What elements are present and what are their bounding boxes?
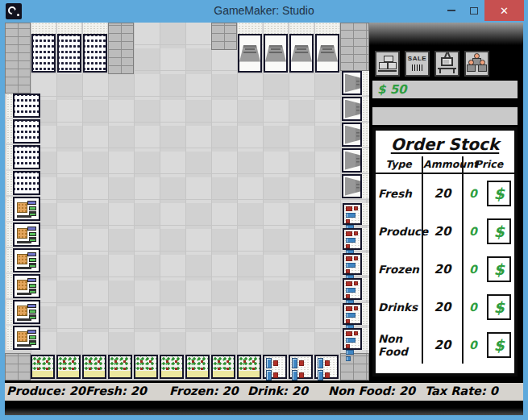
order-stock-panel: Order Stock Type Ammount Price Fresh 20 … [372,127,518,376]
shelf-fresh[interactable] [6,300,40,324]
shelf-side [362,203,369,225]
checkout-register[interactable] [237,23,263,74]
canned-products [13,171,40,195]
shelf-produce[interactable] [31,355,55,379]
shelf-produce[interactable] [160,355,184,379]
customers-button[interactable] [464,51,489,77]
order-row-frozen: Frozen 20 0 $ [376,250,514,288]
shelf-frozen[interactable] [343,228,369,250]
close-button[interactable]: ✕ [484,0,524,21]
shelf-side [6,274,13,298]
shelf-frozen[interactable] [343,278,369,300]
fresh-products [13,248,40,272]
checkout-register[interactable] [314,23,340,74]
shelf-frozen[interactable] [343,328,369,350]
shelf-door[interactable] [342,148,369,173]
buy-frozen-button[interactable]: $ [487,256,511,282]
shelf-fresh[interactable] [6,248,40,272]
shelf-drinks[interactable] [289,355,313,379]
row-price: 0 [469,225,477,238]
shelf-front-icon [345,100,360,119]
col-ammount: Ammount [422,156,462,173]
maximize-button[interactable] [465,0,483,21]
shelf-side [362,303,369,325]
order-stock-title: Order Stock [376,131,514,156]
shelf-produce[interactable] [134,355,158,379]
status-produce: Produce: 20 [6,385,85,397]
shelf-door[interactable] [342,71,369,95]
status-taxrate: Tax Rate: 0 [425,385,498,397]
minimize-button[interactable] [443,0,460,21]
register-icon [239,45,260,62]
checkout-register[interactable] [263,23,289,74]
shelf-door[interactable] [342,174,369,198]
produce-products [185,355,210,379]
shelf-produce[interactable] [56,355,81,379]
shelf-fresh[interactable] [6,274,40,298]
buy-drinks-button[interactable]: $ [487,294,511,320]
shelf-drinks[interactable] [263,355,287,379]
shelf-door[interactable] [342,123,369,147]
shelf-canned[interactable] [6,171,40,195]
produce-products [134,355,158,379]
fresh-products [13,197,40,221]
close-icon: ✕ [500,5,509,17]
shelf-front-icon [345,177,360,196]
shelf-side [362,123,369,147]
shelf-fresh[interactable] [6,326,40,350]
produce-products [237,355,261,379]
buy-produce-button[interactable]: $ [487,218,511,244]
stock-shelves-button[interactable] [375,51,400,77]
shelf-side [6,326,13,350]
canned-products [83,34,107,73]
shelf-produce[interactable] [82,355,106,379]
produce-products [56,355,81,379]
money-value: $ 50 [377,82,407,97]
shelf-produce[interactable] [211,355,235,379]
buy-fresh-button[interactable]: $ [487,181,511,206]
shelf-frozen[interactable] [343,203,369,225]
shelf-side [6,248,13,272]
hud-panel: SALE $ 50 Order Stock Type Ammount [369,23,523,380]
fresh-products [13,222,40,247]
frozen-products [343,278,362,300]
shelf-side [6,119,13,143]
shelves-icon [384,56,393,62]
shelf-produce[interactable] [237,355,261,379]
shelf-door[interactable] [342,97,369,121]
sale-button[interactable]: SALE [405,51,430,77]
fresh-products [13,300,40,324]
produce-products [31,355,55,379]
shelf-drinks[interactable] [314,355,339,379]
shelf-frozen[interactable] [343,303,369,325]
shelf-canned[interactable] [82,23,108,74]
shelf-side [362,228,369,250]
shelf-fresh[interactable] [6,197,40,221]
buy-nonfood-button[interactable]: $ [487,332,511,358]
shelf-side [6,145,13,169]
shelf-produce[interactable] [185,355,210,379]
shelf-frozen[interactable] [343,253,369,275]
shelf-canned[interactable] [6,145,40,169]
status-bar: Produce: 20 Fresh: 20 Frozen: 20 Drink: … [5,380,523,401]
shelf-canned[interactable] [6,94,40,118]
shelf-side [6,222,13,247]
row-price: 0 [469,187,477,200]
order-row-nonfood: Non Food 20 0 $ [376,326,514,364]
shelf-produce[interactable] [108,355,132,379]
status-fresh: Fresh: 20 [85,385,147,397]
shelf-canned[interactable] [31,23,56,74]
status-frozen: Frozen: 20 [169,385,239,397]
shelf-canned[interactable] [6,119,40,143]
canned-products [13,119,40,143]
money-display: $ 50 [372,81,518,98]
shelf-fresh[interactable] [6,222,40,247]
shelf-canned[interactable] [56,23,82,74]
sale-label: SALE [406,55,428,62]
register-icon [265,45,286,62]
game-viewport[interactable] [5,23,369,380]
checkout-register[interactable] [289,23,314,74]
frozen-products [343,303,362,325]
register-button[interactable] [434,51,459,77]
status-drink: Drink: 20 [247,385,308,397]
